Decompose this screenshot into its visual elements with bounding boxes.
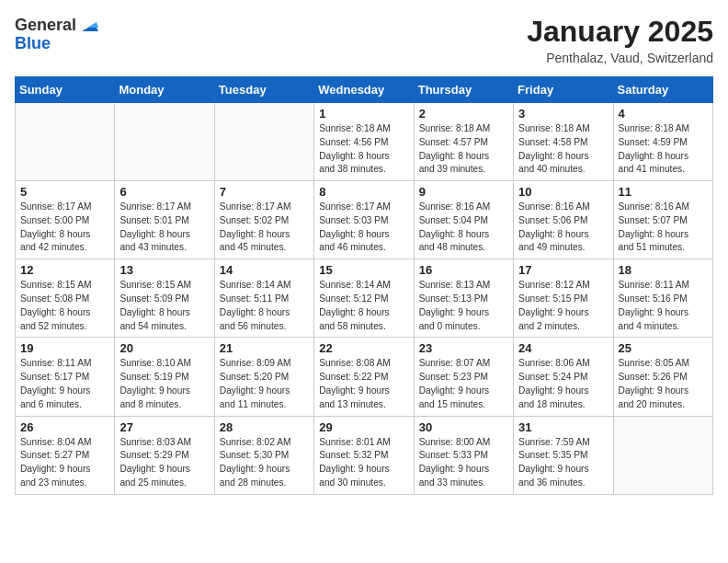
day-info: Sunrise: 8:18 AM Sunset: 4:57 PM Dayligh… <box>419 122 508 177</box>
day-number: 13 <box>119 263 209 277</box>
header-saturday: Saturday <box>613 77 712 103</box>
day-info: Sunrise: 8:17 AM Sunset: 5:02 PM Dayligh… <box>220 201 309 255</box>
calendar-cell: 2Sunrise: 8:18 AM Sunset: 4:57 PM Daylig… <box>414 103 513 181</box>
header-monday: Monday <box>115 77 214 103</box>
svg-marker-1 <box>87 22 98 28</box>
page-header: General Blue January 2025 Penthalaz, Vau… <box>15 15 713 65</box>
calendar-cell: 17Sunrise: 8:12 AM Sunset: 5:15 PM Dayli… <box>514 259 613 338</box>
header-tuesday: Tuesday <box>214 77 313 103</box>
calendar-week-2: 5Sunrise: 8:17 AM Sunset: 5:00 PM Daylig… <box>16 181 713 259</box>
day-info: Sunrise: 8:14 AM Sunset: 5:11 PM Dayligh… <box>220 279 309 333</box>
calendar-cell: 14Sunrise: 8:14 AM Sunset: 5:11 PM Dayli… <box>214 259 313 338</box>
day-number: 8 <box>319 185 408 199</box>
day-number: 12 <box>20 263 109 277</box>
day-info: Sunrise: 8:08 AM Sunset: 5:22 PM Dayligh… <box>319 357 408 411</box>
calendar-cell: 27Sunrise: 8:03 AM Sunset: 5:29 PM Dayli… <box>115 416 214 494</box>
day-number: 26 <box>20 420 109 434</box>
day-info: Sunrise: 8:10 AM Sunset: 5:19 PM Dayligh… <box>119 357 209 411</box>
day-number: 21 <box>220 341 309 355</box>
calendar-cell: 13Sunrise: 8:15 AM Sunset: 5:09 PM Dayli… <box>115 259 214 338</box>
calendar-cell: 6Sunrise: 8:17 AM Sunset: 5:01 PM Daylig… <box>115 181 214 259</box>
calendar-cell: 10Sunrise: 8:16 AM Sunset: 5:06 PM Dayli… <box>514 181 613 259</box>
calendar-cell: 30Sunrise: 8:00 AM Sunset: 5:33 PM Dayli… <box>414 416 513 494</box>
day-info: Sunrise: 8:09 AM Sunset: 5:20 PM Dayligh… <box>220 357 309 411</box>
day-number: 4 <box>619 107 708 121</box>
day-info: Sunrise: 8:18 AM Sunset: 4:58 PM Dayligh… <box>518 122 608 177</box>
calendar-title: January 2025 <box>527 15 713 49</box>
header-wednesday: Wednesday <box>314 77 414 103</box>
day-number: 20 <box>119 341 209 355</box>
calendar-cell: 12Sunrise: 8:15 AM Sunset: 5:08 PM Dayli… <box>16 259 115 338</box>
calendar-cell: 29Sunrise: 8:01 AM Sunset: 5:32 PM Dayli… <box>314 416 414 494</box>
calendar-cell: 15Sunrise: 8:14 AM Sunset: 5:12 PM Dayli… <box>314 259 414 338</box>
day-number: 1 <box>319 107 408 121</box>
calendar-week-5: 26Sunrise: 8:04 AM Sunset: 5:27 PM Dayli… <box>16 416 713 494</box>
calendar-table: Sunday Monday Tuesday Wednesday Thursday… <box>15 76 713 495</box>
calendar-cell: 1Sunrise: 8:18 AM Sunset: 4:56 PM Daylig… <box>314 103 414 181</box>
day-info: Sunrise: 8:16 AM Sunset: 5:06 PM Dayligh… <box>518 201 608 255</box>
day-number: 23 <box>419 341 508 355</box>
calendar-cell: 4Sunrise: 8:18 AM Sunset: 4:59 PM Daylig… <box>613 103 712 181</box>
calendar-cell: 21Sunrise: 8:09 AM Sunset: 5:20 PM Dayli… <box>214 338 313 416</box>
day-number: 22 <box>319 341 408 355</box>
calendar-cell: 24Sunrise: 8:06 AM Sunset: 5:24 PM Dayli… <box>514 338 613 416</box>
day-info: Sunrise: 8:18 AM Sunset: 4:56 PM Dayligh… <box>319 122 408 177</box>
day-info: Sunrise: 8:17 AM Sunset: 5:01 PM Dayligh… <box>119 201 209 255</box>
day-info: Sunrise: 8:13 AM Sunset: 5:13 PM Dayligh… <box>419 279 508 333</box>
day-info: Sunrise: 7:59 AM Sunset: 5:35 PM Dayligh… <box>518 436 608 490</box>
day-info: Sunrise: 8:05 AM Sunset: 5:26 PM Dayligh… <box>619 357 708 411</box>
logo-blue: Blue <box>15 34 51 52</box>
calendar-cell <box>16 103 115 181</box>
day-number: 27 <box>119 420 209 434</box>
calendar-cell: 9Sunrise: 8:16 AM Sunset: 5:04 PM Daylig… <box>414 181 513 259</box>
calendar-cell: 23Sunrise: 8:07 AM Sunset: 5:23 PM Dayli… <box>414 338 513 416</box>
day-number: 11 <box>619 185 708 199</box>
day-number: 19 <box>20 341 109 355</box>
day-number: 31 <box>518 420 608 434</box>
calendar-cell <box>613 416 712 494</box>
day-number: 16 <box>419 263 508 277</box>
title-section: January 2025 Penthalaz, Vaud, Switzerlan… <box>527 15 713 65</box>
day-info: Sunrise: 8:07 AM Sunset: 5:23 PM Dayligh… <box>419 357 508 411</box>
day-info: Sunrise: 8:14 AM Sunset: 5:12 PM Dayligh… <box>319 279 408 333</box>
calendar-cell: 16Sunrise: 8:13 AM Sunset: 5:13 PM Dayli… <box>414 259 513 338</box>
day-info: Sunrise: 8:12 AM Sunset: 5:15 PM Dayligh… <box>518 279 608 333</box>
day-number: 14 <box>220 263 309 277</box>
calendar-cell <box>214 103 313 181</box>
calendar-cell: 28Sunrise: 8:02 AM Sunset: 5:30 PM Dayli… <box>214 416 313 494</box>
day-number: 10 <box>518 185 608 199</box>
calendar-cell: 8Sunrise: 8:17 AM Sunset: 5:03 PM Daylig… <box>314 181 414 259</box>
day-info: Sunrise: 8:17 AM Sunset: 5:00 PM Dayligh… <box>20 201 109 255</box>
calendar-subtitle: Penthalaz, Vaud, Switzerland <box>527 51 713 65</box>
day-number: 30 <box>419 420 508 434</box>
day-info: Sunrise: 8:16 AM Sunset: 5:04 PM Dayligh… <box>419 201 508 255</box>
header-friday: Friday <box>514 77 613 103</box>
calendar-cell: 20Sunrise: 8:10 AM Sunset: 5:19 PM Dayli… <box>115 338 214 416</box>
calendar-cell: 22Sunrise: 8:08 AM Sunset: 5:22 PM Dayli… <box>314 338 414 416</box>
logo-icon <box>78 15 98 35</box>
logo: General Blue <box>15 15 98 52</box>
day-number: 6 <box>119 185 209 199</box>
calendar-cell: 7Sunrise: 8:17 AM Sunset: 5:02 PM Daylig… <box>214 181 313 259</box>
day-info: Sunrise: 8:15 AM Sunset: 5:08 PM Dayligh… <box>20 279 109 333</box>
calendar-header-row: Sunday Monday Tuesday Wednesday Thursday… <box>16 77 713 103</box>
day-number: 29 <box>319 420 408 434</box>
day-info: Sunrise: 8:18 AM Sunset: 4:59 PM Dayligh… <box>619 122 708 177</box>
calendar-cell: 31Sunrise: 7:59 AM Sunset: 5:35 PM Dayli… <box>514 416 613 494</box>
day-info: Sunrise: 8:11 AM Sunset: 5:17 PM Dayligh… <box>20 357 109 411</box>
calendar-cell: 26Sunrise: 8:04 AM Sunset: 5:27 PM Dayli… <box>16 416 115 494</box>
day-number: 24 <box>518 341 608 355</box>
day-number: 28 <box>220 420 309 434</box>
day-number: 9 <box>419 185 508 199</box>
day-info: Sunrise: 8:03 AM Sunset: 5:29 PM Dayligh… <box>119 436 209 490</box>
calendar-cell: 11Sunrise: 8:16 AM Sunset: 5:07 PM Dayli… <box>613 181 712 259</box>
day-number: 5 <box>20 185 109 199</box>
day-info: Sunrise: 8:06 AM Sunset: 5:24 PM Dayligh… <box>518 357 608 411</box>
day-info: Sunrise: 8:01 AM Sunset: 5:32 PM Dayligh… <box>319 436 408 490</box>
day-info: Sunrise: 8:15 AM Sunset: 5:09 PM Dayligh… <box>119 279 209 333</box>
day-number: 3 <box>518 107 608 121</box>
day-info: Sunrise: 8:16 AM Sunset: 5:07 PM Dayligh… <box>619 201 708 255</box>
day-number: 17 <box>518 263 608 277</box>
day-info: Sunrise: 8:11 AM Sunset: 5:16 PM Dayligh… <box>619 279 708 333</box>
day-number: 7 <box>220 185 309 199</box>
